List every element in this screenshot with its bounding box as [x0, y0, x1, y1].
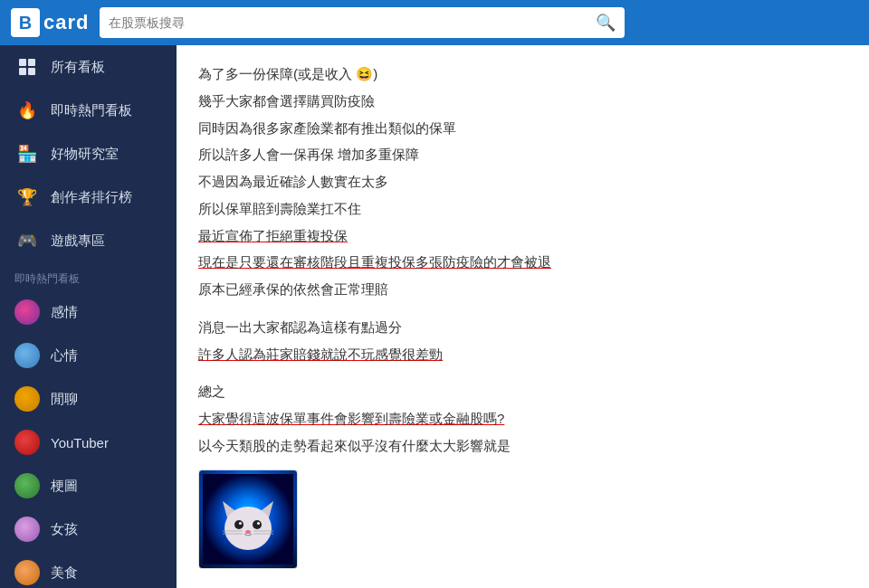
- avatar-mood: [14, 343, 40, 368]
- post-line: 現在是只要還在審核階段且重複投保多張防疫險的才會被退: [198, 250, 847, 275]
- search-bar[interactable]: 🔍: [100, 7, 625, 38]
- sidebar-item-label: 閒聊: [51, 391, 78, 408]
- svg-point-12: [245, 530, 251, 534]
- svg-rect-2: [19, 68, 26, 75]
- post-line: 所以保單賠到壽險業扛不住: [198, 196, 847, 222]
- sidebar-item-mood[interactable]: 心情: [0, 334, 177, 377]
- post-line: 所以許多人會一保再保 增加多重保障: [198, 142, 847, 167]
- post-line: 以今天類股的走勢看起來似乎沒有什麼太大影響就是: [198, 433, 847, 459]
- post-line: 同時因為很多家產險業都有推出類似的保單: [198, 116, 847, 141]
- grid-icon: [14, 54, 40, 80]
- logo-text: card: [43, 11, 89, 34]
- sidebar-item-label: 創作者排行榜: [51, 189, 132, 206]
- sidebar-item-gaming[interactable]: 🎮 遊戲專區: [0, 219, 177, 262]
- svg-point-9: [253, 520, 262, 529]
- avatar-meme: [14, 473, 40, 498]
- header: B card 🔍: [0, 0, 869, 45]
- post-line: 消息一出大家都認為這樣有點過分: [198, 315, 847, 340]
- sidebar-item-label: 心情: [51, 347, 78, 365]
- svg-rect-0: [19, 59, 26, 66]
- post-line: 最近宣佈了拒絕重複投保: [198, 223, 847, 249]
- hot-section-label: 即時熱門看板: [0, 262, 177, 290]
- sidebar-item-label: 即時熱門看板: [51, 102, 132, 119]
- sidebar-item-label: 好物研究室: [51, 146, 119, 163]
- sidebar-item-label: 女孩: [51, 521, 78, 538]
- sidebar-item-girl[interactable]: 女孩: [0, 507, 177, 551]
- avatar-food: [14, 560, 40, 585]
- avatar-girl: [14, 517, 40, 542]
- post-image: [198, 469, 298, 569]
- fire-icon: 🔥: [14, 98, 40, 123]
- sidebar-item-chat[interactable]: 閒聊: [0, 377, 177, 421]
- post-line: 大家覺得這波保單事件會影響到壽險業或金融股嗎?: [198, 406, 847, 432]
- avatar-yt: [14, 430, 40, 455]
- avatar-emotion: [14, 299, 40, 325]
- post-line: 幾乎大家都會選擇購買防疫險: [198, 89, 847, 114]
- svg-point-7: [224, 507, 272, 550]
- post-line: 原本已經承保的依然會正常理賠: [198, 277, 847, 302]
- post-line: 為了多一份保障(或是收入 😆): [198, 62, 847, 87]
- post-line: 許多人認為莊家賠錢就說不玩感覺很差勁: [198, 342, 847, 367]
- svg-rect-1: [28, 59, 35, 66]
- game-icon: 🎮: [14, 228, 40, 253]
- shop-icon: 🏪: [14, 141, 40, 166]
- svg-point-11: [257, 522, 260, 525]
- post-line: 不過因為最近確診人數實在太多: [198, 169, 847, 194]
- sidebar-item-label: 所有看板: [51, 59, 105, 76]
- sidebar-item-hot-boards[interactable]: 🔥 即時熱門看板: [0, 89, 177, 132]
- sidebar-item-label: 梗圖: [51, 478, 78, 495]
- main-layout: 所有看板 🔥 即時熱門看板 🏪 好物研究室 🏆 創作者排行榜 🎮 遊戲專區 即時…: [0, 45, 869, 588]
- sidebar: 所有看板 🔥 即時熱門看板 🏪 好物研究室 🏆 創作者排行榜 🎮 遊戲專區 即時…: [0, 45, 177, 588]
- search-button[interactable]: 🔍: [596, 13, 616, 33]
- svg-rect-3: [28, 68, 35, 75]
- sidebar-item-label: 感情: [51, 304, 78, 321]
- sidebar-item-creator-rank[interactable]: 🏆 創作者排行榜: [0, 175, 177, 219]
- logo: B card: [11, 8, 89, 37]
- sidebar-item-all-boards[interactable]: 所有看板: [0, 45, 177, 89]
- logo-icon: B: [11, 8, 40, 37]
- sidebar-item-youtuber[interactable]: YouTuber: [0, 421, 177, 464]
- post-body: 為了多一份保障(或是收入 😆)幾乎大家都會選擇購買防疫險同時因為很多家產險業都有…: [198, 62, 847, 459]
- trophy-icon: 🏆: [14, 185, 40, 210]
- sidebar-item-label: YouTuber: [51, 435, 109, 450]
- sidebar-item-food[interactable]: 美食: [0, 551, 177, 588]
- sidebar-item-label: 遊戲專區: [51, 232, 105, 250]
- avatar-chat: [14, 386, 40, 412]
- sidebar-item-meme[interactable]: 梗圖: [0, 464, 177, 507]
- sidebar-item-label: 美食: [51, 564, 78, 582]
- cat-illustration: [203, 474, 293, 564]
- svg-point-10: [239, 522, 242, 525]
- sidebar-item-emotion[interactable]: 感情: [0, 290, 177, 334]
- post-line: 總之: [198, 379, 847, 404]
- sidebar-item-goodstuff[interactable]: 🏪 好物研究室: [0, 132, 177, 175]
- post-content: 為了多一份保障(或是收入 😆)幾乎大家都會選擇購買防疫險同時因為很多家產險業都有…: [177, 45, 869, 588]
- search-input[interactable]: [109, 15, 596, 30]
- svg-point-8: [234, 520, 244, 529]
